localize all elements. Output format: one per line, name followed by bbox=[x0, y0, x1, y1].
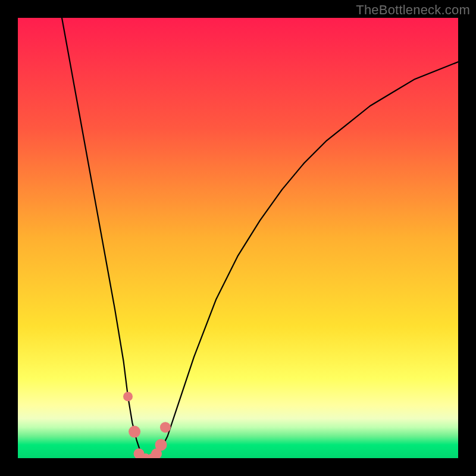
marker-dot bbox=[155, 439, 167, 451]
plot-area bbox=[18, 18, 458, 458]
curve-svg bbox=[18, 18, 458, 458]
marker-dot bbox=[123, 392, 133, 401]
marker-dot bbox=[160, 422, 171, 433]
watermark-text: TheBottleneck.com bbox=[356, 2, 470, 18]
bottleneck-curve-path bbox=[62, 18, 458, 458]
marker-group bbox=[123, 392, 171, 458]
marker-dot bbox=[129, 426, 140, 438]
